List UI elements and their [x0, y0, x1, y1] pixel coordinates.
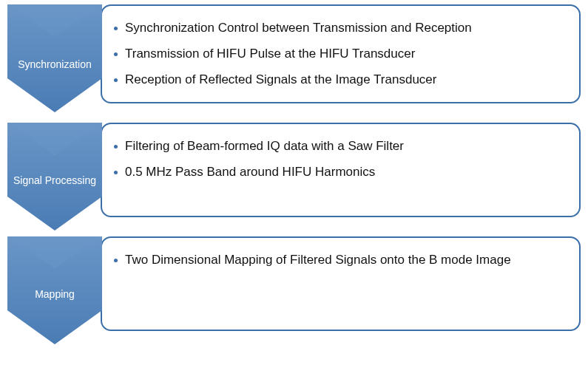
bullet-icon [114, 52, 118, 56]
step-label-signal-processing: Signal Processing [7, 174, 102, 186]
step-label-synchronization: Synchronization [7, 58, 102, 70]
bullet-text: Reception of Reflected Signals at the Im… [125, 69, 436, 89]
bullet-icon [114, 145, 118, 149]
content-box-mapping: Two Dimensional Mapping of Filtered Sign… [101, 236, 581, 331]
bullet-item: Synchronization Control between Transmis… [114, 18, 567, 38]
chevron-signal-processing: Signal Processing [7, 123, 102, 217]
chevron-mapping: Mapping [7, 236, 102, 331]
step-label-mapping: Mapping [7, 288, 102, 300]
step-signal-processing: Signal Processing Filtering of Beam-form… [7, 123, 581, 217]
chevron-synchronization: Synchronization [7, 4, 102, 103]
bullet-icon [114, 171, 118, 174]
bullet-text: Two Dimensional Mapping of Filtered Sign… [125, 250, 511, 270]
process-diagram: Synchronization Synchronization Control … [0, 0, 588, 331]
step-synchronization: Synchronization Synchronization Control … [7, 4, 581, 103]
bullet-item: Two Dimensional Mapping of Filtered Sign… [114, 250, 567, 270]
bullet-icon [114, 78, 118, 82]
content-box-signal-processing: Filtering of Beam-formed IQ data with a … [101, 123, 581, 217]
bullet-text: Filtering of Beam-formed IQ data with a … [125, 136, 404, 156]
content-box-synchronization: Synchronization Control between Transmis… [101, 4, 581, 103]
bullet-item: Filtering of Beam-formed IQ data with a … [114, 136, 567, 156]
bullet-item: 0.5 MHz Pass Band around HIFU Harmonics [114, 162, 567, 182]
bullet-text: Transmission of HIFU Pulse at the HIFU T… [125, 44, 415, 64]
bullet-text: Synchronization Control between Transmis… [125, 18, 472, 38]
bullet-item: Reception of Reflected Signals at the Im… [114, 69, 567, 89]
bullet-icon [114, 259, 118, 262]
bullet-icon [114, 27, 118, 30]
step-mapping: Mapping Two Dimensional Mapping of Filte… [7, 236, 581, 331]
bullet-text: 0.5 MHz Pass Band around HIFU Harmonics [125, 162, 375, 182]
bullet-item: Transmission of HIFU Pulse at the HIFU T… [114, 44, 567, 64]
